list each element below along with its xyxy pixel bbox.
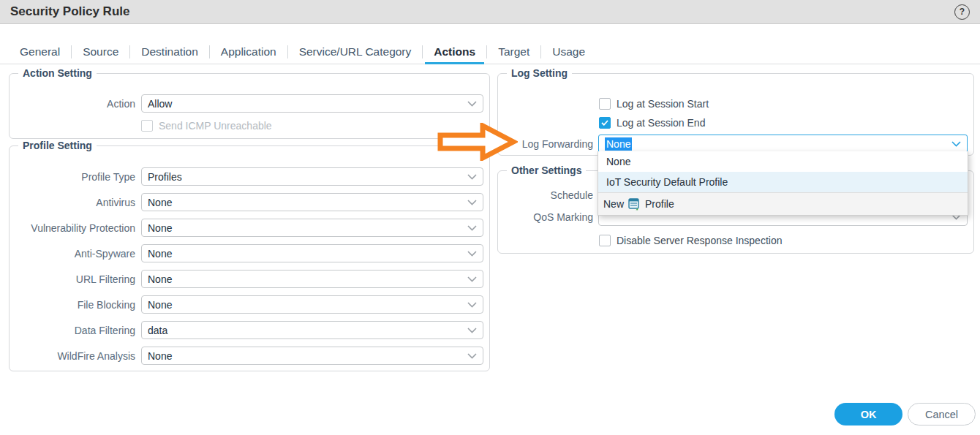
- url-filtering-label: URL Filtering: [10, 273, 135, 285]
- vulnerability-protection-select[interactable]: None: [141, 219, 483, 237]
- log-session-end-checkbox[interactable]: [599, 117, 611, 129]
- chevron-down-icon: [467, 174, 477, 180]
- file-blocking-label: File Blocking: [10, 299, 135, 311]
- log-session-start-checkbox[interactable]: [599, 98, 611, 110]
- disable-server-response-label: Disable Server Response Inspection: [617, 235, 782, 246]
- antivirus-label: Antivirus: [10, 197, 135, 208]
- tab-application[interactable]: Application: [221, 40, 276, 64]
- chevron-down-icon: [467, 251, 477, 257]
- log-session-end-row: Log at Session End: [599, 117, 973, 129]
- tab-destination[interactable]: Destination: [141, 40, 198, 64]
- log-session-start-row: Log at Session Start: [599, 98, 973, 110]
- tab-separator: [71, 45, 72, 58]
- wildfire-analysis-label: WildFire Analysis: [10, 350, 135, 362]
- log-session-end-label: Log at Session End: [617, 117, 705, 129]
- action-label: Action: [10, 98, 135, 110]
- chevron-down-icon: [467, 101, 477, 107]
- chevron-down-icon: [467, 276, 477, 282]
- wildfire-analysis-value: None: [148, 350, 172, 362]
- tab-separator: [129, 45, 130, 58]
- log-forwarding-combobox[interactable]: None: [598, 135, 968, 153]
- tab-bar: General Source Destination Application S…: [0, 40, 980, 64]
- schedule-label: Schedule: [498, 189, 593, 201]
- tab-general[interactable]: General: [20, 40, 60, 64]
- tab-service-url-category[interactable]: Service/URL Category: [299, 40, 412, 64]
- new-label: New: [603, 198, 624, 210]
- anti-spyware-value: None: [148, 248, 172, 260]
- disable-server-response-checkbox[interactable]: [599, 235, 611, 246]
- log-forwarding-dropdown-menu: None IoT Security Default Profile New Pr…: [598, 151, 968, 216]
- page-title: Security Policy Rule: [10, 4, 129, 19]
- file-blocking-select[interactable]: None: [141, 295, 483, 314]
- annotation-arrow-icon: [436, 123, 518, 164]
- tab-separator: [540, 45, 541, 58]
- dropdown-option-iot-security-default-profile[interactable]: IoT Security Default Profile: [598, 172, 968, 192]
- qos-marking-label: QoS Marking: [498, 211, 593, 223]
- tab-separator: [209, 45, 210, 58]
- url-filtering-value: None: [148, 273, 172, 285]
- tab-usage[interactable]: Usage: [552, 40, 585, 64]
- profile-setting-legend: Profile Setting: [18, 140, 97, 151]
- anti-spyware-label: Anti-Spyware: [10, 248, 135, 260]
- antivirus-value: None: [148, 197, 172, 208]
- tab-source[interactable]: Source: [83, 40, 118, 64]
- send-icmp-checkbox[interactable]: [141, 120, 153, 132]
- help-icon[interactable]: ?: [954, 4, 970, 20]
- action-select[interactable]: Allow: [141, 94, 483, 113]
- tab-separator: [287, 45, 288, 58]
- tab-separator: [486, 45, 487, 58]
- dropdown-new-profile-button[interactable]: New Profile: [598, 192, 968, 215]
- antivirus-select[interactable]: None: [141, 193, 483, 211]
- action-select-value: Allow: [148, 98, 172, 110]
- log-setting-legend: Log Setting: [507, 67, 572, 79]
- profile-setting-panel: Profile Setting Profile Type Profiles An…: [9, 145, 490, 371]
- wildfire-analysis-select[interactable]: None: [141, 347, 483, 365]
- chevron-down-icon: [467, 200, 477, 205]
- data-filtering-select[interactable]: data: [141, 321, 483, 339]
- disable-server-response-row: Disable Server Response Inspection: [599, 235, 973, 246]
- dropdown-option-none[interactable]: None: [598, 151, 968, 172]
- log-setting-panel: Log Setting Log at Session Start Log at …: [497, 73, 974, 156]
- file-blocking-value: None: [148, 299, 172, 311]
- chevron-down-icon: [467, 225, 477, 231]
- action-setting-legend: Action Setting: [18, 67, 97, 79]
- tab-target[interactable]: Target: [498, 40, 529, 64]
- tab-separator: [422, 45, 423, 58]
- anti-spyware-select[interactable]: None: [141, 244, 483, 262]
- security-policy-rule-dialog: Security Policy Rule ? General Source De…: [0, 0, 980, 435]
- profile-label: Profile: [645, 198, 674, 210]
- send-icmp-label: Send ICMP Unreachable: [159, 120, 272, 132]
- ok-button[interactable]: OK: [834, 403, 902, 425]
- data-filtering-label: Data Filtering: [10, 325, 135, 336]
- profile-type-label: Profile Type: [10, 171, 135, 183]
- profile-type-select[interactable]: Profiles: [141, 167, 483, 186]
- new-profile-icon: [628, 198, 641, 211]
- tab-actions[interactable]: Actions: [434, 40, 475, 64]
- log-forwarding-value: None: [605, 137, 632, 151]
- vulnerability-protection-label: Vulnerability Protection: [10, 222, 135, 234]
- check-icon: [601, 120, 608, 126]
- dialog-titlebar: Security Policy Rule ?: [0, 0, 980, 24]
- log-session-start-label: Log at Session Start: [617, 98, 709, 110]
- url-filtering-select[interactable]: None: [141, 270, 483, 288]
- cancel-button[interactable]: Cancel: [908, 403, 976, 425]
- other-settings-legend: Other Settings: [507, 164, 586, 176]
- chevron-down-icon: [467, 328, 477, 333]
- chevron-down-icon: [467, 302, 477, 308]
- action-setting-panel: Action Setting Action Allow Send ICMP Un…: [9, 73, 490, 139]
- chevron-down-icon[interactable]: [951, 141, 961, 147]
- profile-type-value: Profiles: [148, 171, 182, 183]
- data-filtering-value: data: [148, 325, 167, 336]
- chevron-down-icon: [467, 353, 477, 359]
- vulnerability-protection-value: None: [148, 222, 172, 234]
